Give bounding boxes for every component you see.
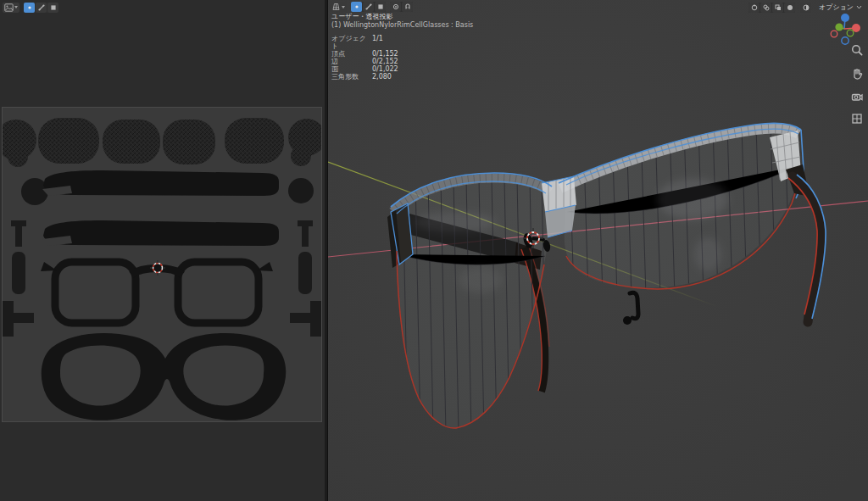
uv-lens-islands xyxy=(3,118,321,167)
image-editor-icon xyxy=(4,3,14,12)
scene-statistics: オブジェクト1/1 頂点0/1,152 辺0/2,152 面0/1,022 三角… xyxy=(331,35,473,81)
active-object-label: (1) WellingtonNylorRimCellGlasses : Basi… xyxy=(331,21,473,29)
vertex-select-icon xyxy=(353,3,360,10)
face-select-button[interactable] xyxy=(375,2,386,12)
stat-label: オブジェクト xyxy=(331,35,372,50)
blender-window: オプション ユーザー・透視投影 (1) WellingtonNylorRimCe… xyxy=(0,0,868,501)
viewport-header xyxy=(330,2,413,12)
vertex-select-button[interactable] xyxy=(351,2,362,12)
xray-toggle-button[interactable] xyxy=(772,3,783,13)
stat-label: 頂点 xyxy=(331,50,372,58)
face-select-icon xyxy=(50,4,57,11)
show-overlays-button[interactable] xyxy=(760,3,771,13)
shading-mode-button[interactable] xyxy=(784,3,795,13)
view-perspective-label: ユーザー・透視投影 xyxy=(331,13,473,20)
overlays-icon xyxy=(763,4,770,11)
ortho-toggle-button[interactable] xyxy=(849,111,864,125)
stat-value: 0/1,152 xyxy=(372,50,398,58)
stat-value: 0/2,152 xyxy=(372,58,398,65)
viewport-text-overlay: ユーザー・透視投影 (1) WellingtonNylorRimCellGlas… xyxy=(331,13,473,81)
proportional-editing-icon xyxy=(392,3,399,10)
select-mode-group xyxy=(351,2,386,12)
stat-label: 面 xyxy=(331,65,372,73)
edge-select-icon xyxy=(365,3,372,10)
proportional-editing-button[interactable] xyxy=(390,2,401,12)
chevron-down-icon xyxy=(342,6,345,8)
chevron-down-icon xyxy=(14,6,18,8)
editor-type-button[interactable] xyxy=(3,3,19,13)
uv-frame-outline-island xyxy=(41,262,273,323)
3d-viewport-icon xyxy=(331,3,341,11)
show-gizmo-button[interactable] xyxy=(748,3,760,13)
gizmo-z-neg-axis[interactable] xyxy=(842,37,849,44)
uv-canvas[interactable] xyxy=(3,108,321,421)
gizmo-icon xyxy=(751,4,758,11)
zoom-icon xyxy=(850,43,864,57)
gizmo-z-axis[interactable] xyxy=(841,14,849,22)
stat-label: 三角形数 xyxy=(331,73,372,81)
snap-magnet-icon xyxy=(404,3,411,10)
uv-vertex-select-button[interactable] xyxy=(24,3,35,13)
edge-select-icon xyxy=(38,4,45,11)
xray-icon xyxy=(775,4,782,11)
uv-frame-filled-island xyxy=(42,333,287,420)
camera-view-icon xyxy=(850,90,864,103)
gizmo-y-neg-axis[interactable] xyxy=(847,30,854,36)
uv-select-mode-group xyxy=(24,3,58,13)
chevron-down-icon xyxy=(856,5,862,9)
stat-value: 0/1,022 xyxy=(372,65,398,73)
gizmo-y-axis[interactable] xyxy=(835,23,843,31)
shading-solid-icon xyxy=(787,4,793,11)
tool-toggle-group xyxy=(390,2,413,12)
shading-preview-icon xyxy=(803,4,810,11)
uv-editor-header xyxy=(3,2,58,13)
stat-value: 1/1 xyxy=(372,35,383,50)
pan-hand-icon xyxy=(850,67,864,81)
vertex-select-icon xyxy=(26,4,33,11)
ortho-grid-icon xyxy=(850,112,864,125)
3d-viewport[interactable]: オプション ユーザー・透視投影 (1) WellingtonNylorRimCe… xyxy=(328,0,868,501)
uv-texture-image xyxy=(3,108,321,421)
uv-temple-islands xyxy=(42,170,279,246)
edge-select-button[interactable] xyxy=(363,2,374,12)
face-select-icon xyxy=(377,3,384,10)
uv-image-editor[interactable] xyxy=(0,0,325,501)
pan-button[interactable] xyxy=(849,66,864,81)
uv-face-select-button[interactable] xyxy=(47,3,58,13)
shading-preview-button[interactable] xyxy=(800,3,811,13)
camera-view-button[interactable] xyxy=(849,89,864,103)
gizmo-x-neg-axis[interactable] xyxy=(831,31,837,37)
snap-button[interactable] xyxy=(402,2,413,12)
uv-edge-select-button[interactable] xyxy=(36,3,47,13)
overlay-toggle-group xyxy=(748,3,795,13)
stat-value: 2,080 xyxy=(372,73,392,81)
editor-type-button[interactable] xyxy=(330,2,347,12)
stat-label: 辺 xyxy=(331,58,372,65)
zoom-button[interactable] xyxy=(849,42,864,57)
